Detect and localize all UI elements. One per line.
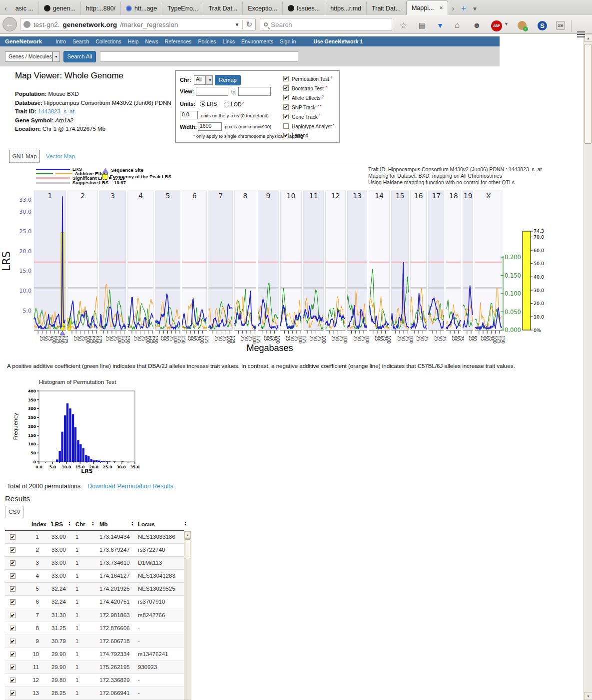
- trait-id-link[interactable]: 1443823_s_at: [38, 108, 74, 114]
- s-addon-icon[interactable]: S: [538, 21, 547, 30]
- table-row[interactable]: ✔532.241174.201925NES13029525: [5, 583, 184, 596]
- checkbox-checked-icon[interactable]: ✔: [10, 639, 15, 644]
- star-icon[interactable]: ☆: [400, 20, 407, 31]
- back-button[interactable]: ←: [2, 17, 17, 31]
- adblock-icon[interactable]: ABP: [491, 20, 502, 31]
- option-permutation-test[interactable]: ✔Permutation Test ?: [283, 74, 334, 83]
- genome-scan-plot[interactable]: LRS5.010.015.020.025.030.033.01255075100…: [0, 186, 560, 361]
- chr-select[interactable]: All: [194, 75, 206, 85]
- browser-tab-4[interactable]: TypeErro...: [162, 1, 203, 15]
- scroll-up-icon[interactable]: ▲: [584, 34, 592, 42]
- csv-button[interactable]: CSV: [5, 506, 24, 518]
- column-header-chr[interactable]: Chr: [75, 521, 85, 527]
- tab-gn1-map[interactable]: GN1 Map: [9, 150, 40, 163]
- scroll-down-icon[interactable]: ▼: [584, 692, 592, 700]
- column-header-locus[interactable]: Locus: [138, 521, 155, 527]
- chr-select-chevron-icon[interactable]: ▼: [206, 75, 213, 85]
- table-scrollbar-thumb[interactable]: [185, 539, 190, 559]
- checkbox-checked-icon[interactable]: ✔: [10, 560, 15, 566]
- table-row[interactable]: ✔831.251172.876606-: [5, 622, 184, 635]
- tab-scroll-right-icon[interactable]: ›: [448, 1, 458, 15]
- table-row[interactable]: ✔930.791172.606718-: [5, 635, 184, 648]
- gn-brand[interactable]: GeneNetwork: [5, 38, 42, 44]
- units-radio-lrs[interactable]: LRS: [200, 101, 217, 107]
- units-radio-lod[interactable]: LOD?: [224, 101, 244, 107]
- nav-link-collections[interactable]: Collections: [95, 38, 121, 44]
- tab-list-icon[interactable]: ▾: [470, 1, 480, 15]
- url-bar[interactable]: test-gn2.genenetwork.org/marker_regressi…: [20, 18, 256, 31]
- browser-tab-1[interactable]: genen...: [39, 1, 81, 15]
- option-legend[interactable]: ✔Legend: [283, 131, 334, 140]
- search-all-button[interactable]: Search All: [63, 51, 96, 62]
- bookmark-icon[interactable]: ▤: [419, 21, 426, 30]
- sort-icon[interactable]: ▲▼: [68, 521, 71, 526]
- option-allele-effects[interactable]: ✔Allele Effects ?: [283, 93, 334, 102]
- browser-tab-8[interactable]: https...r.md: [325, 1, 367, 15]
- nav-link-policies[interactable]: Policies: [198, 38, 216, 44]
- table-row[interactable]: ✔632.241174.420751rs3707910: [5, 596, 184, 609]
- sort-icon[interactable]: ▲▼: [131, 521, 134, 526]
- checkbox-checked-icon[interactable]: ✔: [10, 665, 15, 670]
- table-scrollbar[interactable]: ▲: [184, 531, 191, 700]
- checkbox-checked-icon[interactable]: ✔: [10, 652, 15, 657]
- remap-button[interactable]: Remap: [215, 75, 241, 85]
- home-icon[interactable]: ⌂: [455, 20, 460, 30]
- checkbox-checked-icon[interactable]: ✔: [283, 76, 289, 81]
- browser-tab-2[interactable]: http:...880/: [81, 1, 121, 15]
- sort-icon[interactable]: ▲▼: [91, 521, 94, 526]
- table-row[interactable]: ✔333.001173.734610D1Mit113: [5, 557, 184, 570]
- cookie-addon-icon[interactable]: [518, 21, 527, 30]
- column-header-mb[interactable]: Mb: [99, 521, 108, 527]
- checkbox-checked-icon[interactable]: ✔: [283, 85, 289, 91]
- checkbox-checked-icon[interactable]: ✔: [10, 626, 15, 631]
- checkbox-checked-icon[interactable]: ✔: [10, 613, 15, 618]
- table-row[interactable]: ✔1229.801172.336829-: [5, 674, 184, 687]
- url-dropdown-icon[interactable]: ▼: [235, 22, 240, 27]
- checkbox-checked-icon[interactable]: ✔: [283, 104, 289, 110]
- view-from-input[interactable]: [196, 87, 228, 96]
- column-header-lrs[interactable]: LRS: [51, 521, 63, 527]
- checkbox-checked-icon[interactable]: ✔: [10, 678, 15, 683]
- y-offset-input[interactable]: 0.0: [180, 111, 198, 119]
- width-input[interactable]: 1600: [198, 122, 222, 131]
- checkbox-checked-icon[interactable]: ✔: [283, 95, 289, 100]
- table-row[interactable]: ✔233.001173.679247rs3722740: [5, 544, 184, 557]
- table-row[interactable]: ✔133.001173.149434NES13033186: [5, 531, 184, 544]
- browser-search-field[interactable]: Search: [260, 18, 392, 31]
- nav-link-sign-in[interactable]: Sign in: [280, 38, 296, 44]
- close-icon[interactable]: ×: [439, 4, 443, 11]
- nav-link-references[interactable]: References: [165, 38, 192, 44]
- checkbox-checked-icon[interactable]: ✔: [10, 534, 15, 540]
- new-tab-icon[interactable]: +: [458, 1, 470, 15]
- option-haplotype-analyst[interactable]: Haplotype Analyst *: [283, 121, 334, 131]
- checkbox-checked-icon[interactable]: ✔: [10, 573, 15, 579]
- search-category-select[interactable]: Genes / Molecules: [5, 51, 52, 62]
- chevron-down-icon[interactable]: ▼: [52, 51, 60, 62]
- checkbox-checked-icon[interactable]: ✔: [10, 586, 15, 592]
- gn-search-input[interactable]: [100, 51, 298, 62]
- table-row[interactable]: ✔1029.901174.792334rs13476241: [5, 648, 184, 661]
- checkbox-checked-icon[interactable]: ✔: [283, 114, 289, 119]
- browser-tab-0[interactable]: asic ...: [10, 1, 39, 15]
- checkbox-checked-icon[interactable]: ✔: [10, 691, 15, 696]
- table-row[interactable]: ✔1328.251172.066941-: [5, 687, 184, 700]
- nav-link-help[interactable]: Help: [128, 38, 139, 44]
- browser-tab-9[interactable]: Trait Dat...: [367, 1, 406, 15]
- download-permutation-link[interactable]: Download Permutation Results: [87, 483, 173, 490]
- tab-vector-map[interactable]: Vector Map: [46, 153, 75, 159]
- selenium-addon-icon[interactable]: Se: [556, 21, 565, 30]
- reload-icon[interactable]: ↻: [246, 20, 252, 29]
- download-icon[interactable]: ▼: [437, 21, 444, 29]
- scroll-up-icon[interactable]: ▲: [184, 531, 191, 539]
- browser-tab-7[interactable]: Issues...: [283, 1, 326, 15]
- browser-tab-10[interactable]: Mappi...×: [406, 0, 448, 15]
- table-row[interactable]: ✔433.001174.164127NES13041283: [5, 570, 184, 583]
- browser-tab-3[interactable]: htt...age: [121, 1, 162, 15]
- option-gene-track[interactable]: ✔Gene Track *: [283, 112, 334, 121]
- chevron-down-icon[interactable]: ▼: [504, 21, 509, 26]
- checkbox-checked-icon[interactable]: ✔: [10, 599, 15, 605]
- tab-scroll-left-icon[interactable]: ‹: [1, 1, 10, 15]
- view-to-input[interactable]: [238, 87, 271, 96]
- browser-tab-5[interactable]: Trait Dat...: [203, 1, 243, 15]
- option-snp-track[interactable]: ✔SNP Track ? *: [283, 102, 334, 112]
